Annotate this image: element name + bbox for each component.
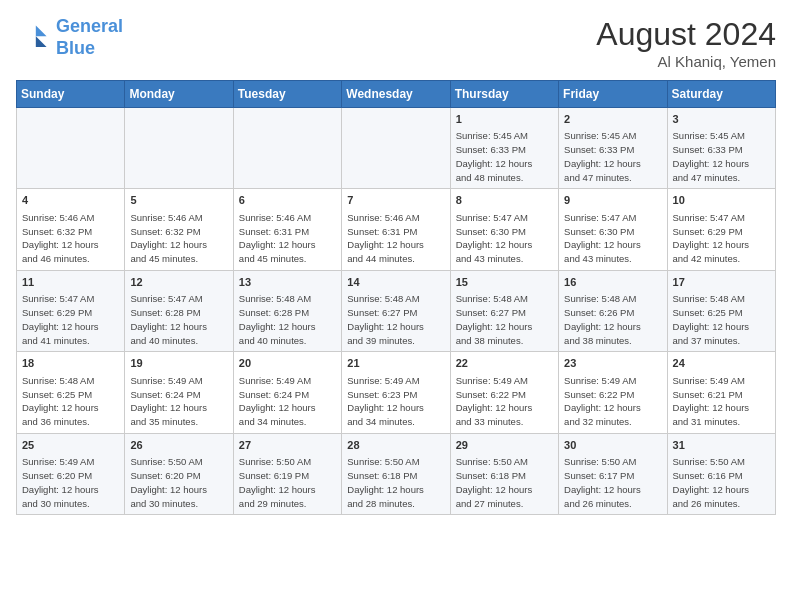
day-number: 23 (564, 356, 661, 371)
day-number: 14 (347, 275, 444, 290)
day-info: Sunrise: 5:48 AM Sunset: 6:25 PM Dayligh… (673, 292, 770, 347)
day-number: 31 (673, 438, 770, 453)
calendar-cell: 28Sunrise: 5:50 AM Sunset: 6:18 PM Dayli… (342, 433, 450, 514)
day-info: Sunrise: 5:45 AM Sunset: 6:33 PM Dayligh… (673, 129, 770, 184)
day-number: 13 (239, 275, 336, 290)
day-number: 24 (673, 356, 770, 371)
page-header: General Blue August 2024 Al Khaniq, Yeme… (16, 16, 776, 70)
calendar-cell: 17Sunrise: 5:48 AM Sunset: 6:25 PM Dayli… (667, 270, 775, 351)
day-info: Sunrise: 5:49 AM Sunset: 6:24 PM Dayligh… (239, 374, 336, 429)
weekday-header-friday: Friday (559, 81, 667, 108)
day-info: Sunrise: 5:47 AM Sunset: 6:30 PM Dayligh… (564, 211, 661, 266)
day-info: Sunrise: 5:48 AM Sunset: 6:26 PM Dayligh… (564, 292, 661, 347)
day-info: Sunrise: 5:50 AM Sunset: 6:19 PM Dayligh… (239, 455, 336, 510)
day-info: Sunrise: 5:49 AM Sunset: 6:24 PM Dayligh… (130, 374, 227, 429)
weekday-header-sunday: Sunday (17, 81, 125, 108)
location-label: Al Khaniq, Yemen (596, 53, 776, 70)
day-info: Sunrise: 5:50 AM Sunset: 6:18 PM Dayligh… (456, 455, 553, 510)
day-info: Sunrise: 5:49 AM Sunset: 6:23 PM Dayligh… (347, 374, 444, 429)
day-info: Sunrise: 5:47 AM Sunset: 6:29 PM Dayligh… (673, 211, 770, 266)
logo-text: General Blue (56, 16, 123, 59)
weekday-header-thursday: Thursday (450, 81, 558, 108)
calendar-cell: 13Sunrise: 5:48 AM Sunset: 6:28 PM Dayli… (233, 270, 341, 351)
day-info: Sunrise: 5:47 AM Sunset: 6:30 PM Dayligh… (456, 211, 553, 266)
day-number: 18 (22, 356, 119, 371)
logo-blue: Blue (56, 38, 95, 58)
weekday-header-row: SundayMondayTuesdayWednesdayThursdayFrid… (17, 81, 776, 108)
day-info: Sunrise: 5:46 AM Sunset: 6:31 PM Dayligh… (239, 211, 336, 266)
day-number: 4 (22, 193, 119, 208)
day-number: 25 (22, 438, 119, 453)
calendar-cell: 15Sunrise: 5:48 AM Sunset: 6:27 PM Dayli… (450, 270, 558, 351)
title-block: August 2024 Al Khaniq, Yemen (596, 16, 776, 70)
calendar-cell: 26Sunrise: 5:50 AM Sunset: 6:20 PM Dayli… (125, 433, 233, 514)
day-info: Sunrise: 5:49 AM Sunset: 6:21 PM Dayligh… (673, 374, 770, 429)
day-number: 21 (347, 356, 444, 371)
calendar-cell: 6Sunrise: 5:46 AM Sunset: 6:31 PM Daylig… (233, 189, 341, 270)
day-info: Sunrise: 5:45 AM Sunset: 6:33 PM Dayligh… (456, 129, 553, 184)
calendar-cell (17, 108, 125, 189)
day-info: Sunrise: 5:48 AM Sunset: 6:28 PM Dayligh… (239, 292, 336, 347)
weekday-header-monday: Monday (125, 81, 233, 108)
day-info: Sunrise: 5:47 AM Sunset: 6:28 PM Dayligh… (130, 292, 227, 347)
day-info: Sunrise: 5:48 AM Sunset: 6:27 PM Dayligh… (456, 292, 553, 347)
day-info: Sunrise: 5:46 AM Sunset: 6:32 PM Dayligh… (22, 211, 119, 266)
calendar-cell: 11Sunrise: 5:47 AM Sunset: 6:29 PM Dayli… (17, 270, 125, 351)
calendar-cell: 31Sunrise: 5:50 AM Sunset: 6:16 PM Dayli… (667, 433, 775, 514)
day-number: 16 (564, 275, 661, 290)
calendar-cell: 21Sunrise: 5:49 AM Sunset: 6:23 PM Dayli… (342, 352, 450, 433)
calendar-cell: 9Sunrise: 5:47 AM Sunset: 6:30 PM Daylig… (559, 189, 667, 270)
calendar-cell: 8Sunrise: 5:47 AM Sunset: 6:30 PM Daylig… (450, 189, 558, 270)
week-row-2: 4Sunrise: 5:46 AM Sunset: 6:32 PM Daylig… (17, 189, 776, 270)
weekday-header-saturday: Saturday (667, 81, 775, 108)
calendar-cell: 3Sunrise: 5:45 AM Sunset: 6:33 PM Daylig… (667, 108, 775, 189)
day-info: Sunrise: 5:48 AM Sunset: 6:25 PM Dayligh… (22, 374, 119, 429)
calendar-cell: 1Sunrise: 5:45 AM Sunset: 6:33 PM Daylig… (450, 108, 558, 189)
calendar-cell: 25Sunrise: 5:49 AM Sunset: 6:20 PM Dayli… (17, 433, 125, 514)
day-info: Sunrise: 5:47 AM Sunset: 6:29 PM Dayligh… (22, 292, 119, 347)
weekday-header-tuesday: Tuesday (233, 81, 341, 108)
week-row-3: 11Sunrise: 5:47 AM Sunset: 6:29 PM Dayli… (17, 270, 776, 351)
calendar-cell (342, 108, 450, 189)
day-info: Sunrise: 5:50 AM Sunset: 6:17 PM Dayligh… (564, 455, 661, 510)
logo: General Blue (16, 16, 123, 59)
calendar-cell: 24Sunrise: 5:49 AM Sunset: 6:21 PM Dayli… (667, 352, 775, 433)
calendar-cell: 23Sunrise: 5:49 AM Sunset: 6:22 PM Dayli… (559, 352, 667, 433)
week-row-5: 25Sunrise: 5:49 AM Sunset: 6:20 PM Dayli… (17, 433, 776, 514)
day-number: 28 (347, 438, 444, 453)
day-info: Sunrise: 5:45 AM Sunset: 6:33 PM Dayligh… (564, 129, 661, 184)
day-info: Sunrise: 5:46 AM Sunset: 6:32 PM Dayligh… (130, 211, 227, 266)
calendar-cell (125, 108, 233, 189)
calendar-cell: 29Sunrise: 5:50 AM Sunset: 6:18 PM Dayli… (450, 433, 558, 514)
day-info: Sunrise: 5:50 AM Sunset: 6:16 PM Dayligh… (673, 455, 770, 510)
day-number: 8 (456, 193, 553, 208)
svg-marker-0 (36, 25, 47, 36)
logo-general: General (56, 16, 123, 36)
day-number: 10 (673, 193, 770, 208)
calendar-cell: 10Sunrise: 5:47 AM Sunset: 6:29 PM Dayli… (667, 189, 775, 270)
day-number: 1 (456, 112, 553, 127)
day-number: 2 (564, 112, 661, 127)
day-info: Sunrise: 5:49 AM Sunset: 6:22 PM Dayligh… (456, 374, 553, 429)
calendar-cell: 5Sunrise: 5:46 AM Sunset: 6:32 PM Daylig… (125, 189, 233, 270)
day-number: 30 (564, 438, 661, 453)
calendar-cell: 18Sunrise: 5:48 AM Sunset: 6:25 PM Dayli… (17, 352, 125, 433)
day-number: 26 (130, 438, 227, 453)
day-number: 3 (673, 112, 770, 127)
day-info: Sunrise: 5:49 AM Sunset: 6:20 PM Dayligh… (22, 455, 119, 510)
calendar-cell: 27Sunrise: 5:50 AM Sunset: 6:19 PM Dayli… (233, 433, 341, 514)
day-info: Sunrise: 5:49 AM Sunset: 6:22 PM Dayligh… (564, 374, 661, 429)
calendar-cell: 30Sunrise: 5:50 AM Sunset: 6:17 PM Dayli… (559, 433, 667, 514)
day-number: 12 (130, 275, 227, 290)
month-title: August 2024 (596, 16, 776, 53)
logo-icon (16, 20, 52, 56)
day-number: 5 (130, 193, 227, 208)
calendar-table: SundayMondayTuesdayWednesdayThursdayFrid… (16, 80, 776, 515)
day-number: 29 (456, 438, 553, 453)
day-info: Sunrise: 5:48 AM Sunset: 6:27 PM Dayligh… (347, 292, 444, 347)
day-number: 27 (239, 438, 336, 453)
calendar-cell: 4Sunrise: 5:46 AM Sunset: 6:32 PM Daylig… (17, 189, 125, 270)
day-info: Sunrise: 5:50 AM Sunset: 6:18 PM Dayligh… (347, 455, 444, 510)
calendar-cell: 19Sunrise: 5:49 AM Sunset: 6:24 PM Dayli… (125, 352, 233, 433)
calendar-cell: 2Sunrise: 5:45 AM Sunset: 6:33 PM Daylig… (559, 108, 667, 189)
